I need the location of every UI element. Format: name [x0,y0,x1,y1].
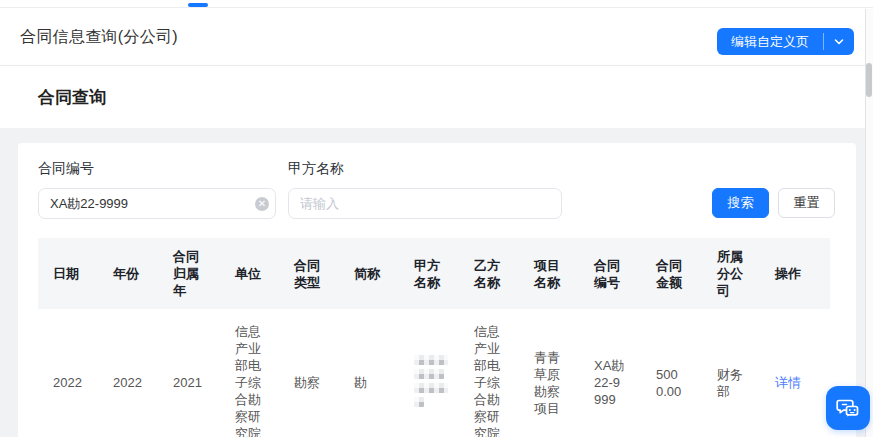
column-header-short-name: 简称 [339,238,399,309]
chat-icon [835,395,861,421]
cell-contract-type: 勘察 [279,309,339,437]
column-header-contract-no: 合同编号 [579,238,641,309]
column-header-year: 年份 [98,238,158,309]
detail-link[interactable]: 详情 [775,375,801,390]
edit-custom-page-split-button[interactable]: 编辑自定义页 [717,28,854,55]
party-a-input[interactable] [288,188,562,219]
cell-unit: 信息产业部电子综合勘察研究院 [220,309,279,437]
results-table: 日期 年份 合同归属年 单位 合同类型 简称 甲方名称 乙方名称 项目名称 合同… [38,238,830,437]
clear-input-icon[interactable]: ✕ [255,197,269,211]
cell-contract-no: XA勘22-9999 [579,309,641,437]
dropdown-caret-button[interactable] [824,28,854,55]
vertical-scrollbar[interactable] [865,9,873,437]
reset-button[interactable]: 重置 [778,188,835,218]
column-header-party-a: 甲方名称 [399,238,459,309]
chat-fab-button[interactable] [826,386,870,430]
column-header-party-b: 乙方名称 [459,238,519,309]
cell-short-name: 勘 [339,309,399,437]
page-header: 合同信息查询(分公司) 编辑自定义页 [0,9,865,66]
column-header-amount: 合同金额 [641,238,702,309]
chevron-down-icon [833,36,845,48]
cell-branch: 财务部 [702,309,760,437]
cell-action: 详情 [760,309,830,437]
contract-no-label: 合同编号 [38,160,94,178]
edit-custom-page-button[interactable]: 编辑自定义页 [717,28,823,55]
column-header-contract-type: 合同类型 [279,238,339,309]
cell-party-a-redacted [399,309,459,437]
cell-year: 2022 [98,309,158,437]
cell-amount: 5000.00 [641,309,702,437]
section-title: 合同查询 [38,67,106,128]
cell-date: 2022 [38,309,98,437]
party-a-label: 甲方名称 [288,160,344,178]
column-header-date: 日期 [38,238,98,309]
page-title: 合同信息查询(分公司) [20,9,178,66]
column-header-unit: 单位 [220,238,279,309]
contract-no-input[interactable] [38,188,276,219]
redacted-mosaic [414,355,452,407]
search-button[interactable]: 搜索 [712,188,769,218]
section-band: 合同查询 [0,67,865,128]
cell-belong-year: 2021 [158,309,220,437]
cell-party-b: 信息产业部电子综合勘察研究院 [459,309,519,437]
table-row: 2022 2022 2021 信息产业部电子综合勘察研究院 勘察 勘 [38,309,830,437]
table-header-row: 日期 年份 合同归属年 单位 合同类型 简称 甲方名称 乙方名称 项目名称 合同… [38,238,830,309]
column-header-project: 项目名称 [519,238,579,309]
query-card: 合同编号 ✕ 甲方名称 搜索 重置 日期 年份 合同归属年 单位 合同类型 简称 [18,143,856,437]
column-header-branch: 所属分公司 [702,238,760,309]
scrollbar-thumb[interactable] [866,63,872,97]
column-header-belong-year: 合同归属年 [158,238,220,309]
column-header-action: 操作 [760,238,830,309]
tab-strip [0,0,873,8]
active-tab-indicator[interactable] [188,3,208,7]
cell-project: 青青草原勘察项目 [519,309,579,437]
